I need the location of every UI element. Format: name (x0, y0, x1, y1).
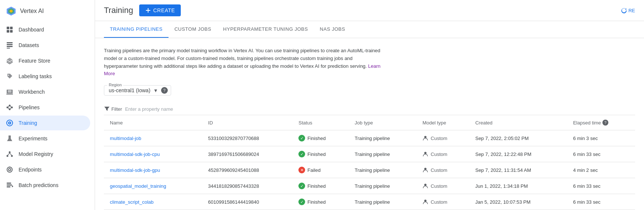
tab-bar: TRAINING PIPELINES CUSTOM JOBS HYPERPARA… (95, 21, 644, 38)
pipeline-icon (6, 104, 13, 111)
cell-model-type: Custom (416, 146, 469, 162)
cell-model-type: Custom (416, 162, 469, 178)
sidebar-item-training[interactable]: Training (0, 116, 90, 130)
status-text: Finished (307, 151, 326, 157)
filter-input[interactable] (125, 106, 635, 112)
status-icon: ✓ (298, 183, 305, 189)
plus-icon (145, 7, 151, 13)
svg-line-21 (10, 108, 11, 109)
svg-rect-9 (7, 46, 13, 47)
chevron-down-icon[interactable]: ▼ (153, 88, 158, 93)
sidebar-item-dashboard[interactable]: Dashboard (0, 22, 90, 37)
sidebar-item-label: Dashboard (19, 27, 44, 33)
job-link[interactable]: geospatial_model_training (110, 183, 166, 189)
svg-point-34 (9, 167, 10, 168)
training-icon (6, 119, 13, 127)
svg-rect-13 (6, 94, 13, 94)
job-link[interactable]: multimodal-sdk-job-gpu (110, 167, 160, 173)
cell-name: geospatial_model_training (104, 178, 202, 194)
svg-line-20 (10, 106, 11, 107)
tag-icon (6, 73, 13, 80)
col-header-job-type: Job type (349, 115, 417, 130)
cell-id: 3441818290857443328 (202, 178, 293, 194)
region-label: Region (107, 83, 123, 87)
page-title: Training (104, 6, 133, 15)
svg-point-29 (11, 155, 13, 157)
job-link[interactable]: multimodal-job (110, 136, 141, 141)
status-text: Failed (307, 167, 320, 173)
cell-id: 5331003292870770688 (202, 130, 293, 146)
col-header-id: ID (202, 115, 293, 130)
cell-model-type: Custom (416, 130, 469, 146)
cell-created: Sep 7, 2022, 11:31:54 AM (469, 162, 567, 178)
sidebar: Vertex AI Dashboard Datasets Feature Sto… (0, 0, 95, 210)
svg-point-45 (424, 200, 426, 202)
sidebar-item-batch-predictions[interactable]: Batch predictions (0, 178, 90, 193)
description-text: Training pipelines are the primary model… (104, 47, 386, 78)
svg-point-28 (7, 155, 9, 157)
sidebar-item-label: Pipelines (19, 104, 40, 110)
region-help-icon[interactable]: ? (161, 87, 168, 94)
svg-line-30 (8, 153, 10, 155)
sidebar-item-endpoints[interactable]: Endpoints (0, 162, 90, 177)
svg-rect-26 (9, 136, 11, 136)
sidebar-item-model-registry[interactable]: Model Registry (0, 147, 90, 161)
create-button[interactable]: CREATE (139, 4, 181, 16)
cell-elapsed-time: 6 min 33 sec (567, 178, 635, 194)
tab-hyperparameter-tuning[interactable]: HYPERPARAMETER TUNING JOBS (217, 21, 314, 38)
app-logo: Vertex AI (0, 3, 95, 22)
status-text: Finished (307, 199, 326, 205)
filter-bar: Filter (104, 103, 635, 115)
sidebar-item-labeling-tasks[interactable]: Labeling tasks (0, 69, 90, 84)
sidebar-item-feature-store[interactable]: Feature Store (0, 53, 90, 68)
model-icon (6, 150, 13, 158)
main-content: Training CREATE RE TRAINING PIPELINES CU… (95, 0, 644, 210)
cell-created: Sep 7, 2022, 2:05:02 PM (469, 130, 567, 146)
cell-status: ✓ Finished (292, 146, 349, 162)
cell-job-type: Training pipeline (349, 130, 417, 146)
refresh-icon (621, 7, 627, 13)
job-link[interactable]: climate_script_colab (110, 199, 154, 205)
svg-point-42 (424, 152, 426, 154)
svg-rect-3 (7, 27, 9, 29)
svg-rect-8 (7, 44, 13, 45)
sidebar-item-label: Endpoints (19, 167, 42, 173)
sidebar-item-label: Training (19, 120, 37, 126)
sidebar-item-datasets[interactable]: Datasets (0, 38, 90, 53)
tab-custom-jobs[interactable]: CUSTOM JOBS (169, 21, 217, 38)
elapsed-time-help-icon[interactable]: ? (602, 120, 608, 126)
region-selector[interactable]: Region us-central1 (Iowa) ▼ ? (104, 85, 171, 96)
funnel-icon (104, 106, 110, 112)
tab-nas-jobs[interactable]: NAS JOBS (314, 21, 351, 38)
col-header-created: Created (469, 115, 567, 130)
table-row: geospatial_model_training 34418182908574… (104, 178, 635, 194)
layers-icon (6, 57, 13, 64)
cell-status: ✓ Finished (292, 130, 349, 146)
status-text: Finished (307, 183, 326, 189)
svg-rect-40 (146, 10, 150, 11)
cell-created: Sep 7, 2022, 12:22:48 PM (469, 146, 567, 162)
refresh-button[interactable]: RE (621, 7, 635, 13)
cell-id: 6010991586144419840 (202, 194, 293, 210)
sidebar-item-label: Experiments (19, 136, 48, 141)
cell-status: ✓ Finished (292, 194, 349, 210)
job-link[interactable]: multimodal-sdk-job-cpu (110, 151, 160, 157)
svg-point-11 (8, 75, 9, 76)
jobs-table-container: Name ID Status Job type Model type Creat… (104, 115, 635, 210)
sidebar-item-pipelines[interactable]: Pipelines (0, 100, 90, 115)
sidebar-item-workbench[interactable]: Workbench (0, 84, 90, 99)
person-icon (422, 135, 428, 141)
cell-job-type: Training pipeline (349, 194, 417, 210)
region-value: us-central1 (Iowa) (109, 87, 150, 93)
sidebar-item-label: Feature Store (19, 58, 50, 64)
col-header-status: Status (292, 115, 349, 130)
cell-name: multimodal-sdk-job-cpu (104, 146, 202, 162)
tab-training-pipelines[interactable]: TRAINING PIPELINES (104, 21, 169, 38)
col-header-model-type: Model type (416, 115, 469, 130)
cell-elapsed-time: 6 min 33 sec (567, 194, 635, 210)
sidebar-item-experiments[interactable]: Experiments (0, 131, 90, 146)
table-header: Name ID Status Job type Model type Creat… (104, 115, 635, 130)
grid-icon (6, 26, 13, 33)
sidebar-item-label: Labeling tasks (19, 73, 52, 79)
cell-job-type: Training pipeline (349, 178, 417, 194)
